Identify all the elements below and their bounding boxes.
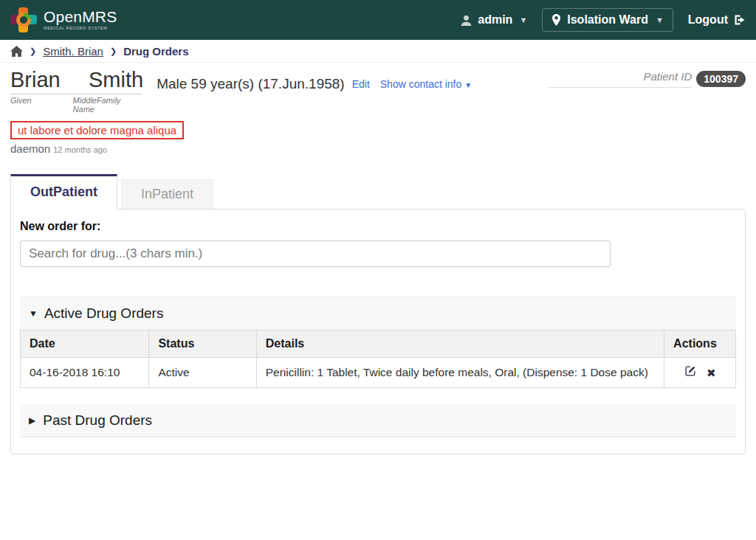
app-title: OpenMRS [44, 9, 117, 24]
outpatient-panel: New order for: ▼ Active Drug Orders Date… [10, 209, 746, 454]
order-details-cell: Penicillin: 1 Tablet, Twice daily before… [256, 358, 664, 388]
breadcrumb: ❯ Smith. Brian ❯ Drug Orders [0, 40, 756, 63]
column-header-status: Status [149, 330, 256, 358]
chevron-down-icon: ▼ [464, 81, 472, 89]
note-author: daemon [10, 142, 50, 155]
app-header: OpenMRS MEDICAL RECORD SYSTEM admin ▼ Is… [0, 0, 756, 40]
note-timestamp: 12 months ago [53, 145, 107, 154]
chevron-right-icon: ❯ [30, 46, 36, 56]
active-drug-orders-table: Date Status Details Actions 04-16-2018 1… [20, 330, 736, 388]
logout-label: Logout [688, 13, 728, 27]
column-header-actions: Actions [664, 330, 736, 358]
past-drug-orders-header[interactable]: ▶ Past Drug Orders [20, 404, 736, 437]
patient-id-label: Patient ID [547, 70, 692, 88]
patient-id-badge: 100397 [696, 71, 746, 87]
logout-icon [733, 14, 746, 26]
user-icon [460, 14, 472, 27]
active-drug-orders-header[interactable]: ▼ Active Drug Orders [20, 297, 736, 330]
new-order-label: New order for: [20, 220, 736, 233]
location-pin-icon [551, 14, 561, 26]
breadcrumb-current-page: Drug Orders [123, 45, 188, 58]
patient-flag[interactable]: ut labore et dolore magna aliqua [10, 121, 184, 139]
patient-given-name: Brian [10, 69, 78, 92]
patient-header: Brian Smith Given MiddleFamily Name Male… [0, 63, 756, 155]
order-date-cell: 04-16-2018 16:10 [21, 358, 149, 388]
patient-demographics: Male 59 year(s) (17.Jun.1958) [157, 76, 345, 92]
tab-outpatient[interactable]: OutPatient [10, 174, 117, 210]
edit-patient-link[interactable]: Edit [352, 78, 370, 90]
care-setting-tabs-area: OutPatient InPatient New order for: ▼ Ac… [10, 174, 746, 455]
table-row: 04-16-2018 16:10 Active Penicillin: 1 Ta… [21, 358, 736, 388]
discontinue-order-icon[interactable]: ✖ [707, 367, 716, 380]
given-name-label: Given [10, 94, 73, 114]
breadcrumb-patient-link[interactable]: Smith. Brian [43, 45, 103, 58]
triangle-down-icon: ▼ [29, 308, 38, 319]
edit-order-icon[interactable] [684, 365, 696, 380]
location-name: Isolation Ward [567, 13, 648, 27]
openmrs-logo[interactable]: OpenMRS MEDICAL RECORD SYSTEM [10, 7, 117, 32]
chevron-right-icon: ❯ [110, 46, 117, 56]
openmrs-logo-icon [10, 7, 37, 32]
table-header-row: Date Status Details Actions [21, 330, 736, 358]
app-subtitle: MEDICAL RECORD SYSTEM [44, 27, 117, 31]
user-menu[interactable]: admin ▼ [460, 13, 527, 27]
active-drug-orders-title: Active Drug Orders [44, 305, 164, 322]
triangle-right-icon: ▶ [29, 415, 35, 426]
chevron-down-icon: ▼ [656, 15, 664, 24]
family-name-label: MiddleFamily Name [73, 94, 142, 114]
drug-search-input[interactable] [20, 240, 611, 267]
column-header-details: Details [256, 330, 664, 358]
user-name: admin [478, 13, 512, 27]
show-contact-info-link[interactable]: Show contact info ▼ [380, 78, 472, 90]
past-drug-orders-title: Past Drug Orders [43, 412, 152, 429]
order-actions-cell: ✖ [664, 358, 736, 388]
order-status-cell: Active [149, 358, 256, 388]
tab-inpatient[interactable]: InPatient [121, 179, 213, 210]
home-icon[interactable] [10, 46, 23, 57]
column-header-date: Date [21, 330, 149, 358]
logout-button[interactable]: Logout [688, 13, 746, 27]
location-selector[interactable]: Isolation Ward ▼ [542, 8, 673, 32]
patient-family-name: Smith [89, 69, 143, 92]
chevron-down-icon: ▼ [519, 15, 527, 24]
